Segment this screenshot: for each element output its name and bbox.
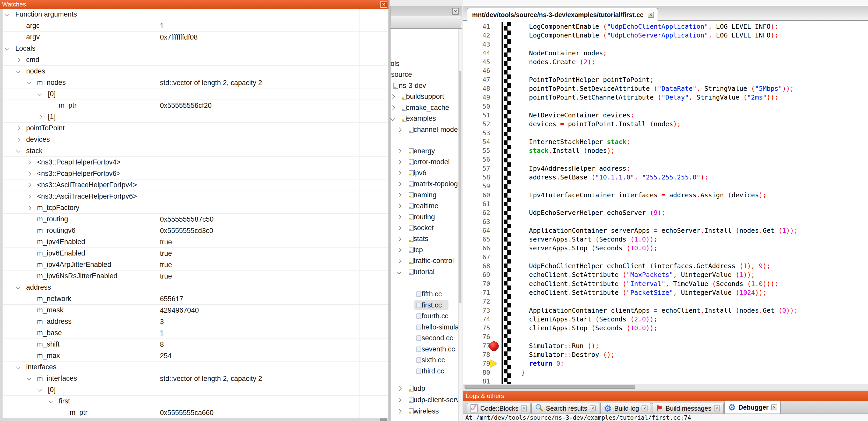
watch-row[interactable]: pointToPoint bbox=[3, 123, 389, 134]
tree-item-ipv6[interactable]: ipv6 bbox=[391, 168, 462, 179]
watch-row[interactable]: Locals bbox=[3, 43, 389, 54]
tree-item-stats[interactable]: stats bbox=[391, 233, 462, 244]
expander-open-icon[interactable] bbox=[17, 286, 26, 289]
editor-tab-first-cc[interactable]: mnt/dev/tools/source/ns-3-dev/examples/t… bbox=[467, 8, 658, 21]
logs-tab-build-log[interactable]: ⚙Build log✕ bbox=[600, 402, 651, 414]
tree-item-realtime[interactable]: realtime bbox=[391, 200, 462, 211]
line-number[interactable]: 72 bbox=[463, 297, 494, 306]
line-number[interactable]: 78 bbox=[463, 350, 494, 359]
code-text[interactable]: PointToPointHelper pointToPoint; bbox=[521, 75, 654, 84]
watches-hscroll-thumb[interactable] bbox=[380, 418, 387, 421]
line-number[interactable]: 65 bbox=[463, 235, 494, 244]
close-icon[interactable]: ✕ bbox=[380, 1, 387, 8]
line-number[interactable]: 61 bbox=[463, 200, 494, 208]
watch-row[interactable]: m_ipv6Enabledtrue bbox=[3, 248, 389, 259]
chevron-right-icon[interactable] bbox=[397, 258, 401, 263]
line-number[interactable]: 80 bbox=[463, 368, 494, 377]
expander-open-icon[interactable] bbox=[17, 70, 26, 73]
code-text[interactable]: return 0; bbox=[521, 359, 564, 368]
watch-row[interactable]: m_network655617 bbox=[3, 293, 389, 304]
tree-item-traffic-control[interactable]: traffic-control bbox=[391, 255, 462, 266]
watch-row[interactable]: <ns3::AsciiTraceHelperForIpv6> bbox=[3, 191, 389, 202]
watch-row[interactable]: m_routingv60x5555555cd3c0 bbox=[3, 225, 389, 236]
code-text[interactable]: InternetStackHelper stack; bbox=[521, 137, 630, 147]
chevron-right-icon[interactable] bbox=[397, 160, 401, 164]
line-number[interactable]: 45 bbox=[463, 58, 494, 66]
watch-row[interactable]: m_shift8 bbox=[3, 339, 389, 350]
close-icon[interactable]: ✕ bbox=[771, 404, 777, 411]
line-number[interactable]: 60 bbox=[463, 191, 494, 200]
expander-open-icon[interactable] bbox=[6, 13, 15, 16]
watch-row[interactable]: m_interfacesstd::vector of length 2, cap… bbox=[3, 373, 389, 384]
tree-item-routing[interactable]: routing bbox=[391, 212, 462, 222]
line-number[interactable]: 43 bbox=[463, 40, 494, 49]
tree-item-hello-simulator-cc[interactable]: hello-simulator.cc bbox=[391, 322, 462, 332]
logs-titlebar[interactable]: Logs & others bbox=[463, 391, 868, 401]
tree-item-tutorial[interactable]: tutorial bbox=[391, 266, 462, 277]
expander-open-icon[interactable] bbox=[17, 366, 26, 369]
watch-row[interactable]: devices bbox=[3, 134, 389, 145]
chevron-right-icon[interactable] bbox=[397, 236, 401, 241]
chevron-right-icon[interactable] bbox=[397, 193, 401, 197]
chevron-right-icon[interactable] bbox=[390, 105, 395, 110]
line-number[interactable]: 70 bbox=[463, 280, 494, 288]
code-text[interactable]: LogComponentEnable ("UdpEchoClientApplic… bbox=[521, 22, 778, 31]
tree-item-fourth-cc[interactable]: fourth.cc bbox=[391, 311, 462, 321]
watch-row[interactable]: interfaces bbox=[3, 361, 389, 373]
line-number[interactable]: 57 bbox=[463, 164, 494, 173]
logs-tab-search-results[interactable]: Search results✕ bbox=[531, 402, 599, 414]
line-number[interactable]: 42 bbox=[463, 31, 494, 40]
tree-item-tcp[interactable]: tcp bbox=[391, 245, 462, 255]
editor-hscrollbar[interactable] bbox=[463, 384, 868, 389]
watch-row[interactable]: m_ipv6NsRsJitterEnabledtrue bbox=[3, 270, 389, 282]
line-number[interactable]: 66 bbox=[463, 244, 494, 253]
tree-item-socket[interactable]: socket bbox=[391, 222, 462, 233]
expander-closed-icon[interactable] bbox=[27, 184, 37, 187]
watch-row[interactable]: argv0x7fffffffdf08 bbox=[3, 32, 389, 43]
code-text[interactable]: LogComponentEnable ("UdpEchoServerApplic… bbox=[521, 31, 778, 40]
watch-row[interactable]: stack bbox=[3, 145, 389, 157]
expander-closed-icon[interactable] bbox=[27, 161, 37, 164]
tree-item-wireless[interactable]: wireless bbox=[391, 406, 462, 417]
chevron-right-icon[interactable] bbox=[397, 215, 401, 219]
chevron-down-icon[interactable] bbox=[390, 116, 395, 121]
tree-item-examples[interactable]: examples bbox=[391, 113, 462, 124]
tree-item-channel-models[interactable]: channel-models bbox=[391, 124, 462, 135]
expander-closed-icon[interactable] bbox=[17, 59, 26, 62]
code-text[interactable]: Simulator::Destroy (); bbox=[521, 350, 615, 359]
tree-item-buildsupport[interactable]: buildsupport bbox=[391, 91, 462, 102]
line-number[interactable]: 75 bbox=[463, 324, 494, 332]
panel-splitter[interactable] bbox=[389, 0, 390, 421]
expander-closed-icon[interactable] bbox=[27, 172, 37, 175]
code-area[interactable]: 41 LogComponentEnable ("UdpEchoClientApp… bbox=[463, 21, 868, 384]
watches-hscrollbar[interactable] bbox=[0, 418, 389, 421]
line-number[interactable]: 51 bbox=[463, 111, 494, 120]
expander-open-icon[interactable] bbox=[38, 388, 48, 391]
expander-closed-icon[interactable] bbox=[17, 138, 26, 141]
logs-tab-code-blocks[interactable]: Code::Blocks✕ bbox=[467, 402, 530, 414]
watch-row[interactable]: <ns3::AsciiTraceHelperForIpv4> bbox=[3, 180, 389, 191]
expander-closed-icon[interactable] bbox=[27, 206, 37, 209]
line-number[interactable]: 64 bbox=[463, 226, 494, 235]
watch-row[interactable]: m_routing0x555555587c50 bbox=[3, 214, 389, 225]
watch-row[interactable]: argc1 bbox=[3, 20, 389, 32]
tree-item-third-cc[interactable]: third.cc bbox=[391, 366, 462, 377]
code-text[interactable]: ApplicationContainer serverApps = echoSe… bbox=[521, 226, 798, 235]
tree-item-ns-3-dev[interactable]: ns-3-dev bbox=[391, 80, 462, 91]
logs-tab-debugger[interactable]: ⚙Debugger✕ bbox=[724, 400, 781, 414]
watch-row[interactable]: nodes bbox=[3, 66, 389, 77]
chevron-right-icon[interactable] bbox=[390, 94, 395, 99]
expander-closed-icon[interactable] bbox=[27, 195, 37, 198]
watch-row[interactable]: m_ipv4ArpJitterEnabledtrue bbox=[3, 259, 389, 270]
expander-open-icon[interactable] bbox=[6, 47, 15, 50]
watch-row[interactable]: <ns3::PcapHelperForIpv6> bbox=[3, 168, 389, 180]
watch-row[interactable]: m_address3 bbox=[3, 316, 389, 327]
line-number[interactable]: 46 bbox=[463, 66, 494, 75]
code-text[interactable]: clientApps.Stop (Seconds (10.0)); bbox=[521, 324, 658, 332]
line-number[interactable]: 41 bbox=[463, 22, 494, 31]
close-icon[interactable]: ✕ bbox=[521, 406, 527, 412]
expander-open-icon[interactable] bbox=[49, 400, 59, 403]
tree-item-seventh-cc[interactable]: seventh.cc bbox=[391, 344, 462, 355]
tree-item-error-model[interactable]: error-model bbox=[391, 157, 462, 167]
code-text[interactable]: pointToPoint.SetDeviceAttribute ("DataRa… bbox=[521, 84, 794, 93]
